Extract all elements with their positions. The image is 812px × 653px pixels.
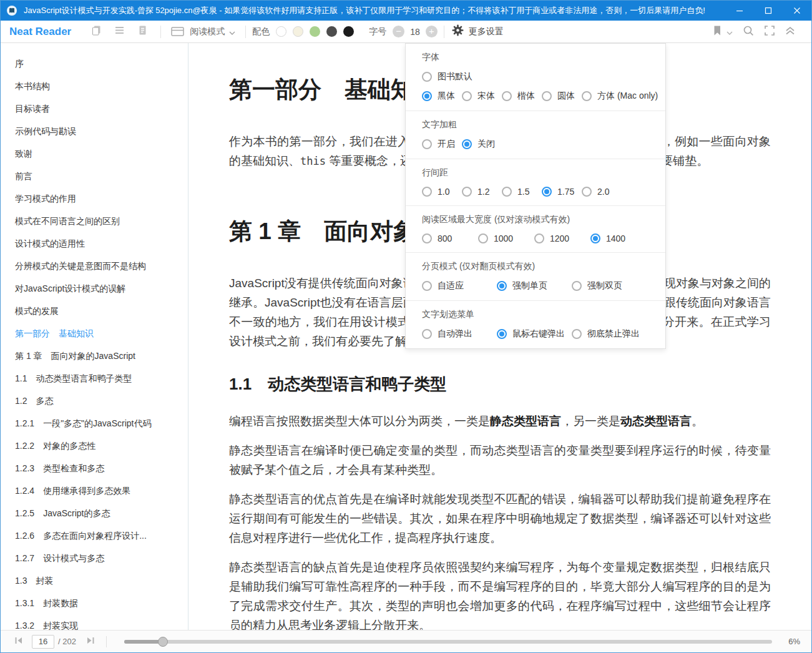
radio-option[interactable]: 自动弹出 [422,328,497,340]
toc-item[interactable]: 前言 [1,165,188,187]
theme-swatch-gray[interactable] [326,26,337,37]
radio-option[interactable]: 宋体 [462,91,502,102]
toc-item[interactable]: 序 [1,52,188,75]
toc-item[interactable]: 学习模式的作用 [1,187,188,210]
toc-button[interactable] [108,21,131,42]
radio-option[interactable]: 2.0 [582,187,622,197]
close-button[interactable] [783,1,811,21]
radio-row: 800 1000 1200 1400 [422,233,649,243]
collapse-toolbar-button[interactable] [780,26,800,37]
radio-option[interactable]: 方体 (Mac only) [582,91,649,102]
maximize-button[interactable] [754,1,783,21]
minimize-button[interactable] [725,1,754,21]
page-input[interactable] [32,635,54,649]
fullscreen-button[interactable] [759,25,780,39]
toc-item[interactable]: 1.2.3 类型检查和多态 [1,457,188,479]
pages-icon [90,24,102,39]
toc-item[interactable]: 1.2.6 多态在面向对象程序设计... [1,524,188,547]
last-page-button[interactable] [81,636,100,647]
settings-group-label: 分页模式 (仅对翻页模式有效) [422,261,649,272]
license-notice: 52pojie.cn@夜泉 - 如果觉得该软件好用请支持正版，该补丁仅限用于学习… [155,5,705,16]
gear-icon [452,24,464,39]
toc-item[interactable]: 1.2.2 对象的多态性 [1,435,188,457]
toc-item[interactable]: 分辨模式的关键是意图而不是结构 [1,255,188,277]
more-settings-button[interactable]: 更多设置 [452,24,504,39]
font-size-decrease-button[interactable]: − [393,26,404,37]
radio-option[interactable]: 1.0 [422,187,462,197]
bookmark-button[interactable] [708,25,726,39]
reading-mode-button[interactable]: 阅读模式 [167,26,239,37]
bookmark-dropdown-button[interactable] [726,26,738,37]
toc-item[interactable]: 1.2.7 设计模式与多态 [1,547,188,569]
font-size-increase-button[interactable]: + [426,26,438,37]
theme-group: 配色 [252,26,360,37]
radio-option[interactable]: 1400 [590,233,647,243]
radio-icon [422,281,432,291]
radio-option[interactable]: 1.2 [462,187,502,197]
toc-item[interactable]: 模式在不同语言之间的区别 [1,210,188,232]
radio-option[interactable]: 强制双页 [572,280,647,292]
settings-group-bold: 文字加粗 开启 关闭 [406,111,665,159]
radio-option[interactable]: 楷体 [502,91,542,102]
settings-group-label: 文字划选菜单 [422,309,649,320]
toc-item[interactable]: 1.2.1 一段"多态"的JavaScript代码 [1,412,188,435]
radio-option[interactable]: 鼠标右键弹出 [497,328,572,340]
toc-item[interactable]: 1.3.1 封装数据 [1,592,188,614]
slider-fill [124,640,163,644]
radio-option[interactable]: 800 [422,233,478,243]
toc-item[interactable]: 1.2.5 JavaScript的多态 [1,502,188,524]
radio-icon [502,187,512,197]
toc-item[interactable]: 第一部分 基础知识 [1,322,188,345]
settings-group-label: 字体 [422,52,649,63]
toc-item[interactable]: 目标读者 [1,97,188,120]
font-size-label: 字号 [369,26,386,37]
radio-icon [462,187,472,197]
radio-option[interactable]: 圆体 [542,91,582,102]
radio-icon [582,91,592,101]
radio-option[interactable]: 1200 [534,233,590,243]
toc-item[interactable]: 致谢 [1,142,188,165]
radio-option[interactable]: 关闭 [462,139,502,150]
radio-icon [462,91,472,101]
progress-slider[interactable] [124,637,772,647]
radio-option[interactable]: 1.75 [542,187,582,197]
toc-item[interactable]: 设计模式的适用性 [1,232,188,255]
radio-option[interactable]: 开启 [422,139,462,150]
radio-option[interactable]: 黑体 [422,91,462,102]
radio-option[interactable]: 自适应 [422,280,497,292]
app-icon [6,5,17,16]
notes-button[interactable] [85,21,108,42]
radio-icon [422,187,432,197]
toc-item[interactable]: 模式的发展 [1,300,188,322]
toc-item[interactable]: 1.3.2 封装实现 [1,614,188,630]
radio-icon [422,329,432,339]
theme-swatch-sepia[interactable] [293,26,303,37]
radio-icon [497,329,507,339]
theme-swatch-white[interactable] [276,26,286,37]
radio-icon [534,233,544,243]
first-page-button[interactable] [9,636,28,647]
toc-item[interactable]: 1.2.4 使用继承得到多态效果 [1,479,188,502]
window-title: JavaScript设计模式与开发实践-曾探 [24,5,154,16]
settings-group-label: 行间距 [422,167,649,179]
radio-row: 自适应 强制单页 强制双页 [422,280,649,292]
toc-item[interactable]: 示例代码与勘误 [1,120,188,142]
theme-swatch-green[interactable] [310,26,320,37]
document-icon [137,24,149,39]
radio-option[interactable]: 强制单页 [497,280,572,292]
list-icon [114,24,125,39]
toc-item[interactable]: 本书结构 [1,75,188,97]
search-button[interactable] [738,25,759,39]
toc-item[interactable]: 1.2 多态 [1,390,188,412]
radio-option[interactable]: 彻底禁止弹出 [572,328,647,340]
toc-item[interactable]: 对JavaScript设计模式的误解 [1,277,188,300]
radio-option[interactable]: 1000 [478,233,534,243]
radio-option[interactable]: 图书默认 [422,71,472,82]
slider-thumb[interactable] [158,637,168,647]
toc-item[interactable]: 第 1 章 面向对象的JavaScript [1,345,188,367]
radio-option[interactable]: 1.5 [502,187,542,197]
bookmarks-list-button[interactable] [131,21,154,42]
toc-item[interactable]: 1.1 动态类型语言和鸭子类型 [1,367,188,390]
toc-item[interactable]: 1.3 封装 [1,569,188,592]
theme-swatch-black[interactable] [343,26,354,37]
